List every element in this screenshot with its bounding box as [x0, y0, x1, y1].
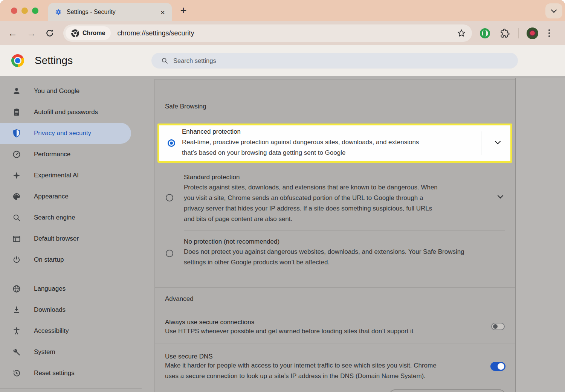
settings-header: Settings Search settings	[0, 45, 565, 76]
tab-strip: Settings - Security × +	[0, 0, 565, 21]
history-icon	[12, 369, 21, 378]
option-no-protection[interactable]: No protection (not recommended) Does not…	[184, 238, 464, 268]
shield-icon	[12, 129, 21, 138]
settings-content: Safe Browsing Enhanced protection Real-t…	[151, 76, 565, 392]
browser-toolbar: ← → Chrome chrome://settings/security	[0, 21, 565, 45]
sidebar-item-downloads[interactable]: Downloads	[0, 299, 151, 320]
chrome-logo	[11, 54, 24, 67]
sidebar-item-on-startup[interactable]: On startup	[0, 249, 151, 270]
search-icon	[161, 57, 168, 64]
sidebar-item-label: Experimental AI	[34, 172, 79, 179]
sidebar-item-label: Search engine	[34, 214, 75, 221]
minimize-window-button[interactable]	[21, 8, 28, 14]
row-secure-connections: Always use secure connections Use HTTPS …	[165, 319, 414, 337]
option-description: Protects against sites, downloads, and e…	[184, 182, 438, 224]
row-title: Use secure DNS	[165, 353, 437, 360]
sidebar-item-label: Privacy and security	[34, 130, 91, 137]
row-description: Make it harder for people with access to…	[165, 360, 437, 381]
sidebar-item-appearance[interactable]: Appearance	[0, 186, 151, 207]
tab-close-icon[interactable]: ×	[160, 8, 165, 16]
forward-arrow-icon[interactable]: →	[27, 29, 36, 38]
toolbar-divider	[518, 28, 519, 38]
partial-dropdown-edge[interactable]	[389, 389, 505, 392]
sidebar-item-label: Appearance	[34, 193, 69, 200]
profile-avatar[interactable]	[527, 27, 538, 39]
settings-sidebar: You and Google Autofill and passwords	[0, 76, 151, 392]
sidebar-item-autofill[interactable]: Autofill and passwords	[0, 102, 151, 123]
back-arrow-icon[interactable]: ←	[8, 29, 17, 38]
site-info-chip[interactable]: Chrome	[66, 26, 111, 40]
tab-settings-security[interactable]: Settings - Security ×	[48, 3, 172, 21]
speedometer-icon	[12, 150, 21, 159]
sidebar-item-label: You and Google	[34, 87, 79, 95]
chevron-down-icon[interactable]	[498, 195, 502, 198]
sidebar-item-experimental-ai[interactable]: Experimental AI	[0, 165, 151, 186]
radio-standard-protection[interactable]	[166, 194, 173, 201]
chevron-down-icon	[551, 7, 557, 13]
sidebar-item-accessibility[interactable]: Accessibility	[0, 320, 151, 342]
sidebar-item-label: Languages	[34, 285, 66, 293]
site-chip-label: Chrome	[82, 30, 105, 37]
settings-search-input[interactable]: Search settings	[151, 53, 518, 69]
kebab-menu-icon[interactable]	[547, 28, 551, 38]
sidebar-item-system[interactable]: System	[0, 342, 151, 363]
sparkle-icon	[12, 171, 21, 180]
sidebar-item-privacy-security[interactable]: Privacy and security	[0, 123, 131, 144]
globe-icon	[12, 284, 21, 293]
option-description: Does not protect you against dangerous w…	[184, 247, 464, 268]
row-secure-dns: Use secure DNS Make it harder for people…	[165, 353, 437, 381]
sidebar-item-label: On startup	[34, 256, 64, 264]
extensions-puzzle-icon[interactable]	[500, 29, 510, 38]
row-description: Use HTTPS whenever possible and get warn…	[165, 326, 414, 337]
page-title: Settings	[35, 55, 73, 67]
option-standard-protection[interactable]: Standard protection Protects against sit…	[184, 174, 438, 224]
sidebar-item-label: Accessibility	[34, 327, 69, 335]
sidebar-item-languages[interactable]: Languages	[0, 278, 151, 299]
zoom-window-button[interactable]	[32, 8, 38, 14]
radio-no-protection[interactable]	[166, 250, 173, 257]
security-card: Safe Browsing Enhanced protection Real-t…	[154, 79, 515, 392]
row-title: Always use secure connections	[165, 319, 414, 326]
reload-icon[interactable]	[45, 28, 55, 38]
wrench-icon	[12, 348, 21, 357]
chrome-mono-logo-icon	[71, 29, 79, 37]
browser-window-icon	[12, 234, 21, 243]
accessibility-icon	[12, 326, 21, 336]
green-extension-icon[interactable]	[480, 28, 490, 38]
option-title: Standard protection	[184, 174, 438, 181]
row-divider	[155, 343, 515, 343]
settings-body: You and Google Autofill and passwords	[0, 76, 565, 392]
radio-enhanced-protection[interactable]	[168, 139, 175, 147]
scrollbar-gutter[interactable]	[515, 78, 565, 392]
sidebar-item-label: Downloads	[34, 306, 66, 314]
sidebar-item-performance[interactable]: Performance	[0, 144, 151, 165]
option-description: Real-time, proactive protection against …	[182, 137, 419, 158]
clipboard-icon	[12, 108, 21, 117]
sidebar-divider	[0, 388, 142, 389]
sidebar-item-label: Reset settings	[34, 369, 75, 377]
sidebar-item-default-browser[interactable]: Default browser	[0, 228, 151, 249]
power-icon	[12, 255, 21, 264]
new-tab-button[interactable]: +	[178, 4, 189, 17]
traffic-lights	[11, 8, 38, 14]
tab-search-button[interactable]	[545, 3, 562, 18]
sidebar-item-you-and-google[interactable]: You and Google	[0, 81, 151, 102]
search-icon	[12, 213, 21, 222]
url-text[interactable]: chrome://settings/security	[117, 29, 194, 37]
secure-connections-toggle[interactable]	[491, 323, 505, 330]
browser-window: Settings - Security × + ← → Chrome chrom…	[0, 0, 565, 392]
settings-gear-icon	[55, 9, 62, 15]
sidebar-item-reset-settings[interactable]: Reset settings	[0, 363, 151, 384]
address-bar[interactable]: Chrome chrome://settings/security	[63, 24, 472, 42]
bookmark-star-icon[interactable]	[457, 29, 466, 38]
sidebar-item-search-engine[interactable]: Search engine	[0, 207, 151, 228]
chevron-down-icon[interactable]	[496, 141, 500, 143]
safe-browsing-section-title: Safe Browsing	[165, 103, 206, 110]
secure-dns-toggle[interactable]	[490, 362, 505, 371]
close-window-button[interactable]	[11, 8, 17, 14]
option-enhanced-protection[interactable]: Enhanced protection Real-time, proactive…	[157, 124, 512, 163]
sidebar-item-label: Default browser	[34, 235, 79, 243]
sidebar-divider	[0, 275, 142, 275]
search-placeholder: Search settings	[173, 57, 216, 64]
option-title: Enhanced protection	[182, 128, 419, 136]
